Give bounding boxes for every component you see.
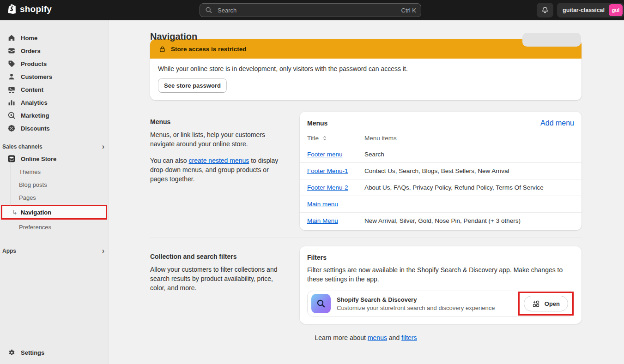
search-shortcut: Ctrl K [401,7,417,14]
sidebar-item-label: Analytics [21,99,48,106]
search-discovery-app-row: Shopify Search & Discovery Customize you… [307,291,574,316]
orders-icon [7,47,16,55]
banner-title: Store access is restricted [171,46,247,53]
app-name: Shopify Search & Discovery [337,296,518,303]
store-menu-button[interactable]: guitar-classical gui [557,3,624,18]
home-icon [7,34,16,42]
menu-title-link[interactable]: Footer Menu-1 [307,167,348,174]
menus-table: Title Menu items Footer menu Search [300,130,582,230]
table-row[interactable]: Main menu [300,196,582,213]
sidebar-item-pages[interactable]: Pages [0,191,108,204]
sidebar-item-label: Online Store [21,155,56,162]
sidebar-item-online-store[interactable]: Online Store [0,152,108,165]
shopify-bag-icon [7,4,18,15]
table-row[interactable]: Main Menu New Arrival, Silver, Gold, Nos… [300,213,582,231]
table-row[interactable]: Footer Menu-2 About Us, FAQs, Privacy Po… [300,179,582,196]
search-input[interactable] [217,6,398,14]
chevron-right-icon: › [102,247,104,255]
search-discovery-app-icon [311,294,331,313]
topbar: shopify Ctrl K guitar-classical gui [0,0,624,20]
products-icon [7,60,16,68]
discounts-icon [7,124,16,132]
sidebar-item-content[interactable]: Content [0,83,108,96]
sidebar-section-sales-channels[interactable]: Sales channels › [0,141,108,152]
section-divider [150,238,582,238]
text-fragment: You can also [150,157,189,164]
menu-title-link[interactable]: Footer Menu-2 [307,184,348,191]
sidebar-item-label: Orders [21,48,41,54]
sidebar-item-themes[interactable]: Themes [0,165,108,178]
filters-section: Collection and search filters Allow your… [150,246,582,324]
menu-items-cell [357,196,582,213]
store-access-banner: Store access is restricted While your on… [150,39,582,100]
sidebar-item-label: Marketing [21,112,49,119]
menus-footer-link[interactable]: menus [368,334,387,341]
shopify-logo[interactable]: shopify [7,4,52,15]
sidebar-item-home[interactable]: Home [0,31,108,44]
learn-more-footer: Learn more about menus and filters [150,334,582,341]
menu-title-link[interactable]: Footer menu [307,151,343,158]
shopify-wordmark: shopify [20,4,52,14]
sidebar-item-navigation-active[interactable]: ↳ Navigation [1,205,107,220]
sidebar-item-orders[interactable]: Orders [0,44,108,57]
sidebar-item-label: Navigation [21,209,51,216]
sidebar-item-label: Products [21,60,47,67]
menus-card-title: Menus [307,119,327,127]
sidebar-item-discounts[interactable]: Discounts [0,122,108,135]
page-title: Navigation [150,31,197,42]
sidebar-item-label: Discounts [21,125,50,132]
sidebar-item-label: Blog posts [19,181,47,188]
column-label: Menu items [364,135,397,142]
sidebar-item-label: Customers [21,73,52,80]
cut-off-header-button [522,33,581,47]
column-header-title[interactable]: Title [300,130,357,146]
sidebar-item-products[interactable]: Products [0,57,108,70]
menus-card: Menus Add menu Title [300,112,582,230]
column-label: Title [307,135,319,142]
filters-card-title: Filters [307,254,574,261]
sidebar-item-blog-posts[interactable]: Blog posts [0,178,108,191]
see-store-password-button[interactable]: See store password [158,78,227,93]
sidebar-item-customers[interactable]: Customers [0,70,108,83]
create-nested-menus-link[interactable]: create nested menus [189,157,249,164]
menu-title-link[interactable]: Main menu [307,201,338,208]
store-name: guitar-classical [563,7,605,13]
table-row[interactable]: Footer menu Search [300,146,582,163]
sidebar-item-label: Pages [19,194,36,201]
menus-description-2: You can also create nested menus to disp… [150,156,288,184]
customers-icon [7,72,16,81]
open-button-label: Open [545,300,560,307]
lock-icon [158,45,166,53]
store-avatar-badge: gui [609,4,623,16]
add-menu-button[interactable]: Add menu [540,119,574,127]
sidebar-item-preferences[interactable]: Preferences [0,221,108,233]
open-app-button[interactable]: Open [524,296,568,311]
column-header-menu-items: Menu items [357,130,582,146]
menu-items-cell: Contact Us, Search, Blogs, Best Sellers,… [357,163,582,179]
filters-description: Allow your customers to filter collectio… [150,265,288,292]
table-row[interactable]: Footer Menu-1 Contact Us, Search, Blogs,… [300,163,582,179]
sidebar-item-analytics[interactable]: Analytics [0,96,108,109]
bell-icon [541,6,549,14]
search-icon [205,6,213,14]
banner-header: Store access is restricted [150,39,582,59]
menu-items-cell: Search [357,146,582,163]
sidebar-item-marketing[interactable]: Marketing [0,109,108,122]
apps-grid-icon [532,300,540,307]
notifications-button[interactable] [537,3,553,18]
sidebar: Home Orders Products Customers Content A… [0,20,109,364]
online-store-icon [7,155,16,163]
filters-card-description: Filter settings are now available in the… [307,265,574,284]
settings-label: Settings [21,349,44,356]
filters-footer-link[interactable]: filters [401,334,417,341]
sidebar-section-apps[interactable]: Apps › [0,245,108,257]
apps-label: Apps [2,248,16,254]
sidebar-item-settings[interactable]: Settings [7,348,44,357]
nav-tree-connector [11,159,11,206]
menu-title-link[interactable]: Main Menu [307,217,338,224]
global-search[interactable]: Ctrl K [200,3,421,17]
sort-icon [321,135,329,141]
menu-items-cell: About Us, FAQs, Privacy Policy, Refund P… [357,179,582,196]
text-fragment: Learn more about [315,334,367,341]
filters-card: Filters Filter settings are now availabl… [300,246,582,324]
